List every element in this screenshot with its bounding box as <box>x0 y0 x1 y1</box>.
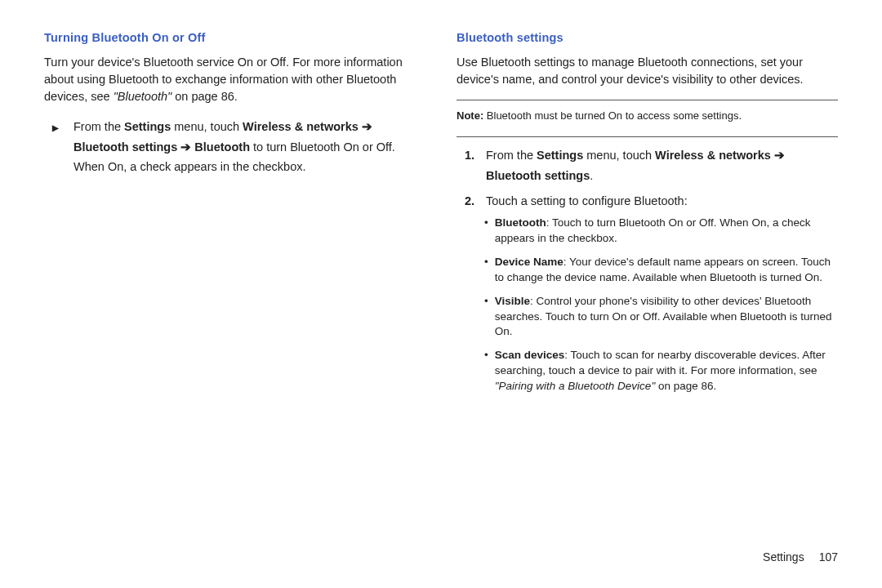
menu-item: Bluetooth settings <box>74 140 177 154</box>
arrow-icon: ➔ <box>177 140 194 154</box>
divider <box>457 100 838 100</box>
instruction-step: ▶ From the Settings menu, touch Wireless… <box>44 117 425 177</box>
step-number: 2. <box>465 191 476 212</box>
bullet-item-visible: • Visible: Control your phone's visibili… <box>484 294 838 341</box>
step-1: 1. From the Settings menu, touch Wireles… <box>457 145 838 185</box>
text: From the <box>74 120 124 133</box>
step-text: From the Settings menu, touch Wireless &… <box>74 117 425 177</box>
text: From the <box>486 149 537 162</box>
footer-section: Settings <box>763 550 804 564</box>
footer-page-number: 107 <box>819 550 838 564</box>
bullet-text: Device Name: Your device's default name … <box>495 255 838 286</box>
arrow-icon: ➔ <box>359 120 372 133</box>
note-label: Note: <box>457 109 483 122</box>
left-intro-paragraph: Turn your device's Bluetooth service On … <box>44 54 425 105</box>
option-name: Bluetooth <box>495 216 546 229</box>
bullet-item-bluetooth: • Bluetooth: Touch to turn Bluetooth On … <box>484 216 838 247</box>
bullet-text: Scan devices: Touch to scan for nearby d… <box>495 348 838 394</box>
bullet-text: Bluetooth: Touch to turn Bluetooth On or… <box>495 216 838 247</box>
right-column: Bluetooth settings Use Bluetooth setting… <box>457 31 838 403</box>
heading-bluetooth-settings: Bluetooth settings <box>457 31 838 44</box>
menu-item: Wireless & networks <box>655 149 771 162</box>
note-block: Note: Bluetooth must be turned On to acc… <box>457 109 838 130</box>
text: : Control your phone's visibility to oth… <box>495 295 832 338</box>
bullet-icon: • <box>484 216 488 247</box>
bullet-icon: • <box>484 255 488 286</box>
page-footer: Settings107 <box>763 550 838 564</box>
divider <box>457 136 838 137</box>
heading-turning-bluetooth: Turning Bluetooth On or Off <box>44 31 425 44</box>
step-number: 1. <box>465 145 476 185</box>
left-column: Turning Bluetooth On or Off Turn your de… <box>44 31 425 403</box>
note-text: Bluetooth must be turned On to access so… <box>483 109 742 122</box>
triangle-bullet-icon: ▶ <box>52 117 64 177</box>
bullet-icon: • <box>484 294 488 341</box>
right-intro-paragraph: Use Bluetooth settings to manage Bluetoo… <box>457 54 838 88</box>
menu-name: Settings <box>537 149 583 162</box>
option-name: Scan devices <box>495 349 565 361</box>
text: on page 86. <box>172 90 238 103</box>
menu-item: Bluetooth <box>194 140 250 154</box>
step-text: Touch a setting to configure Bluetooth: <box>486 191 688 212</box>
bullet-text: Visible: Control your phone's visibility… <box>495 294 838 341</box>
bullet-item-scan-devices: • Scan devices: Touch to scan for nearby… <box>484 348 838 394</box>
menu-item: Wireless & networks <box>243 120 359 133</box>
text: menu, touch <box>171 120 243 133</box>
step-2: 2. Touch a setting to configure Bluetoot… <box>457 191 838 212</box>
arrow-icon: ➔ <box>771 149 785 162</box>
text: menu, touch <box>583 149 655 162</box>
bullet-icon: • <box>484 348 488 394</box>
menu-item: Bluetooth settings <box>486 169 590 182</box>
cross-reference: "Bluetooth" <box>114 90 172 103</box>
menu-name: Settings <box>124 120 171 133</box>
step-text: From the Settings menu, touch Wireless &… <box>486 145 838 185</box>
bullet-list: • Bluetooth: Touch to turn Bluetooth On … <box>457 216 838 394</box>
option-name: Visible <box>495 295 530 307</box>
text: on page 86. <box>655 380 716 392</box>
cross-reference: "Pairing with a Bluetooth Device" <box>495 380 655 392</box>
option-name: Device Name <box>495 256 564 268</box>
bullet-item-device-name: • Device Name: Your device's default nam… <box>484 255 838 286</box>
page-body: Turning Bluetooth On or Off Turn your de… <box>0 0 882 403</box>
text: . <box>590 169 593 182</box>
